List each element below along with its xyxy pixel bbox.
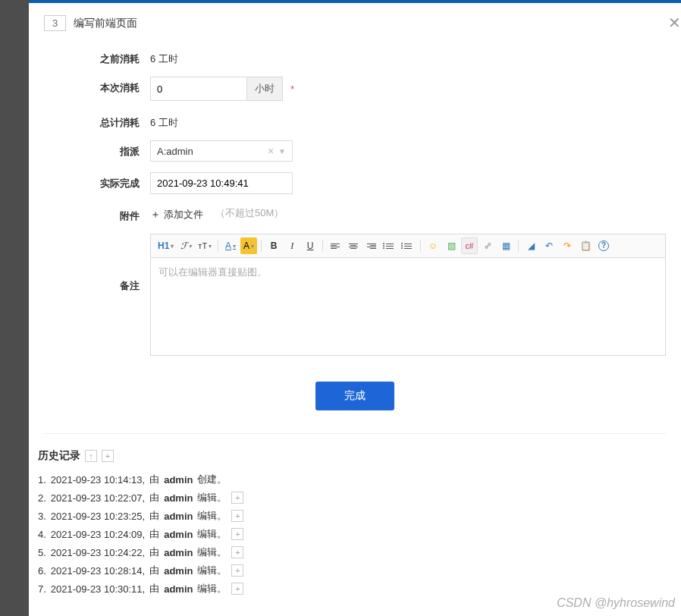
row-prev-consumed: 之前消耗 6 工时 <box>44 48 666 66</box>
history-item: 1. 2021-09-23 10:14:13, 由 admin 创建。 <box>38 470 666 489</box>
font-color-button[interactable]: A <box>222 237 239 254</box>
hour-unit: 小时 <box>246 77 282 100</box>
heading-button[interactable]: H1 <box>155 237 176 254</box>
history-item-expand-button[interactable]: + <box>231 546 243 558</box>
history-expand-all-button[interactable]: + <box>102 450 114 462</box>
task-finish-modal: ✕ 3 编写前端页面 之前消耗 6 工时 本次消耗 小时 * 总计消耗 6 工时… <box>29 0 681 616</box>
redo-button[interactable]: ↷ <box>559 237 576 254</box>
total-consumed-value: 6 工时 <box>150 112 178 130</box>
required-mark: * <box>290 83 294 95</box>
prev-consumed-value: 6 工时 <box>150 48 178 66</box>
close-icon[interactable]: ✕ <box>668 15 681 30</box>
history-list: 1. 2021-09-23 10:14:13, 由 admin 创建。2. 20… <box>38 470 666 598</box>
finish-date-input[interactable] <box>150 172 293 194</box>
history-item: 3. 2021-09-23 10:23:25, 由 admin 编辑。 + <box>38 507 666 525</box>
ordered-list-button[interactable] <box>381 237 398 254</box>
task-title: 编写前端页面 <box>74 17 137 30</box>
row-finish-date: 实际完成 <box>44 172 666 194</box>
history-item-expand-button[interactable]: + <box>231 528 243 540</box>
italic-button[interactable]: I <box>284 237 300 254</box>
chevron-down-icon: ▼ <box>278 147 286 156</box>
align-center-button[interactable] <box>345 237 362 254</box>
font-family-button[interactable]: ℱ <box>177 237 194 254</box>
plus-icon: ＋ <box>150 208 161 222</box>
row-total-consumed: 总计消耗 6 工时 <box>44 112 666 130</box>
clear-icon[interactable]: × <box>268 145 274 157</box>
row-remark: 备注 H1 ℱ тT A A B I U <box>44 234 666 356</box>
underline-button[interactable]: U <box>302 237 319 254</box>
this-consumed-input[interactable] <box>151 77 246 100</box>
font-size-button[interactable]: тT <box>196 237 214 254</box>
assign-select[interactable]: A:admin × ▼ <box>150 140 293 162</box>
add-file-button[interactable]: ＋ 添加文件 <box>150 205 203 222</box>
bold-button[interactable]: B <box>265 237 282 254</box>
align-left-button[interactable] <box>327 237 344 254</box>
bg-color-button[interactable]: A <box>240 237 257 254</box>
unordered-list-button[interactable] <box>400 237 416 254</box>
history-item: 5. 2021-09-23 10:24:22, 由 admin 编辑。 + <box>38 543 666 561</box>
row-this-consumed: 本次消耗 小时 * <box>44 77 666 101</box>
watermark: CSDN @hyhrosewind <box>557 596 675 610</box>
modal-header: 3 编写前端页面 <box>29 0 681 40</box>
undo-button[interactable]: ↶ <box>541 237 557 254</box>
history-section: 历史记录 ↑ + 1. 2021-09-23 10:14:13, 由 admin… <box>29 449 681 613</box>
history-item-expand-button[interactable]: + <box>231 492 243 504</box>
history-item-expand-button[interactable]: + <box>231 510 243 522</box>
file-size-hint: （不超过50M） <box>215 206 284 220</box>
row-attachment: 附件 ＋ 添加文件 （不超过50M） <box>44 205 666 223</box>
help-button[interactable]: ? <box>595 237 612 254</box>
emoji-button[interactable]: ☺ <box>425 237 441 254</box>
history-item: 4. 2021-09-23 10:24:09, 由 admin 编辑。 + <box>38 525 666 543</box>
history-collapse-button[interactable]: ↑ <box>85 450 97 462</box>
link-button[interactable]: ⚯ <box>479 237 496 254</box>
editor-body[interactable]: 可以在编辑器直接贴图。 <box>150 257 666 356</box>
history-item: 2. 2021-09-23 10:22:07, 由 admin 编辑。 + <box>38 489 666 507</box>
table-button[interactable]: ▦ <box>497 237 514 254</box>
task-id: 3 <box>44 15 66 31</box>
row-assign: 指派 A:admin × ▼ <box>44 140 666 162</box>
history-title: 历史记录 <box>38 449 80 463</box>
history-item: 6. 2021-09-23 10:28:14, 由 admin 编辑。 + <box>38 561 666 580</box>
submit-button[interactable]: 完成 <box>315 382 394 410</box>
history-item: 7. 2021-09-23 10:30:11, 由 admin 编辑。 + <box>38 580 666 598</box>
editor-toolbar: H1 ℱ тT A A B I U <box>150 234 666 257</box>
history-item-expand-button[interactable]: + <box>231 583 243 595</box>
erase-format-button[interactable]: ◢ <box>523 237 539 254</box>
code-button[interactable]: c# <box>461 237 478 254</box>
paste-button[interactable]: 📋 <box>577 237 594 254</box>
rich-editor: H1 ℱ тT A A B I U <box>150 234 666 356</box>
image-button[interactable]: ▧ <box>443 237 460 254</box>
align-right-button[interactable] <box>363 237 380 254</box>
history-item-expand-button[interactable]: + <box>231 564 243 577</box>
